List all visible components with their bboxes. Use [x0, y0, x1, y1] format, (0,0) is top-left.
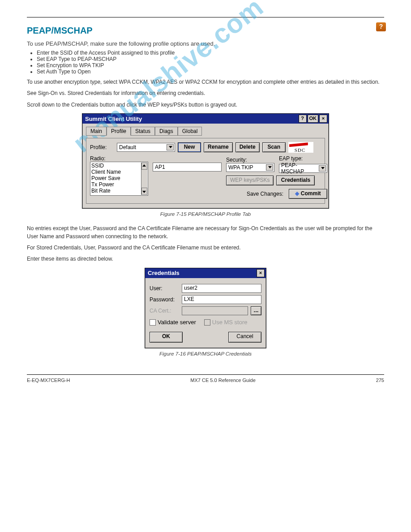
wep-keys-button: WEP keys/PSKs [226, 176, 274, 185]
summit-window: Summit Client Utility ? OK × Main Profil… [82, 113, 329, 209]
commit-button[interactable]: ◆ Commit [289, 189, 327, 199]
titlebar[interactable]: Credentials × [145, 268, 266, 278]
footer-rule [27, 374, 384, 375]
section-heading: PEAP/MSCHAP [27, 26, 384, 36]
ssid-input[interactable]: AP1 [153, 163, 222, 172]
titlebar-help-button[interactable]: ? [299, 115, 307, 123]
profile-select[interactable]: Default [117, 143, 175, 152]
sdc-logo: SDC [288, 142, 313, 153]
tab-status[interactable]: Status [131, 127, 155, 136]
security-label: Security: [226, 157, 276, 163]
tab-profile[interactable]: Profile [107, 127, 131, 136]
titlebar-close-button[interactable]: × [319, 115, 327, 123]
figure-caption-2: Figure 7-16 PEAP/MSCHAP Credentials [27, 351, 384, 356]
profile-value: Default [119, 144, 136, 150]
ok-button[interactable]: OK [150, 332, 183, 343]
security-select[interactable]: WPA TKIP [226, 163, 274, 172]
tab-main[interactable]: Main [86, 127, 107, 136]
help-bubble-icon: ? [376, 22, 386, 31]
browse-button[interactable]: ... [251, 306, 261, 315]
paragraph: Enter these items as directed below. [27, 255, 384, 263]
paragraph: See Sign-On vs. Stored Credentials for i… [27, 90, 384, 97]
list-item[interactable]: Client Name [91, 169, 141, 175]
bullet: Set Encryption to WPA TKIP [37, 62, 384, 69]
top-rule [27, 17, 384, 17]
eap-value: PEAP-MSCHAP [281, 162, 319, 175]
cancel-button[interactable]: Cancel [228, 332, 261, 343]
save-changes-label: Save Changes: [247, 191, 283, 197]
tabstrip: Main Profile Status Diags Global [86, 126, 325, 135]
paragraph: No entries except the User, Password and… [27, 225, 384, 240]
scan-button[interactable]: Scan [262, 142, 286, 152]
bullet: Set Auth Type to Open [37, 69, 384, 75]
paragraph: To use another encryption type, select W… [27, 78, 384, 86]
scroll-up-icon[interactable] [142, 164, 146, 167]
list-item[interactable]: SSID [91, 163, 141, 169]
window-title: Credentials [148, 270, 180, 276]
credentials-button[interactable]: Credentials [276, 176, 315, 185]
password-input[interactable]: LXE [182, 295, 261, 304]
footer-center: MX7 CE 5.0 Reference Guide [190, 378, 256, 383]
bullet: Enter the SSID of the Access Point assig… [37, 50, 384, 56]
use-ms-store-checkbox: Use MS store [204, 319, 248, 326]
user-label: User: [150, 285, 179, 292]
radio-label: Radio: [90, 155, 148, 162]
tab-global[interactable]: Global [178, 127, 202, 136]
figure-caption-1: Figure 7-15 PEAP/MSCHAP Profile Tab [27, 211, 384, 217]
user-input[interactable]: user2 [182, 284, 261, 293]
titlebar-close-button[interactable]: × [257, 269, 265, 277]
security-value: WPA TKIP [228, 164, 253, 171]
new-button[interactable]: New [178, 142, 201, 152]
delete-button[interactable]: Delete [235, 142, 260, 152]
ssid-value: AP1 [155, 164, 165, 170]
validate-server-checkbox[interactable]: Validate server [150, 319, 196, 326]
section-subtitle: To use PEAP/MSCHAP, make sure the follow… [27, 40, 384, 47]
chevron-down-icon [268, 166, 272, 168]
profile-label: Profile: [90, 144, 114, 150]
eap-select[interactable]: PEAP-MSCHAP [279, 164, 327, 173]
tab-diags[interactable]: Diags [155, 127, 178, 136]
footer-left: E-EQ-MX7CERG-H [27, 378, 70, 383]
paragraph: For Stored Credentials, User, Password a… [27, 244, 384, 252]
titlebar-ok-button[interactable]: OK [308, 115, 319, 123]
page-footer: E-EQ-MX7CERG-H MX7 CE 5.0 Reference Guid… [27, 378, 384, 383]
titlebar[interactable]: Summit Client Utility ? OK × [82, 114, 329, 124]
bullet: Set EAP Type to PEAP-MSCHAP [37, 56, 384, 62]
radio-listbox[interactable]: SSID Client Name Power Save Tx Power Bit… [90, 162, 148, 196]
list-item[interactable]: Power Save [91, 175, 141, 181]
window-title: Summit Client Utility [85, 116, 142, 122]
scrollbar[interactable] [141, 163, 147, 195]
footer-right: 275 [376, 378, 384, 383]
credentials-window: Credentials × User: user2 Password: LXE … [145, 268, 266, 349]
rename-button[interactable]: Rename [204, 142, 233, 152]
ca-cert-input [182, 306, 248, 315]
password-label: Password: [150, 296, 179, 303]
list-item[interactable]: Bit Rate [91, 188, 141, 194]
paragraph: Scroll down to the Credentials button an… [27, 101, 384, 109]
chevron-down-icon [169, 146, 172, 148]
ca-cert-label: CA Cert.: [150, 308, 179, 314]
eap-label: EAP type: [279, 155, 327, 162]
chevron-down-icon [321, 167, 325, 169]
scroll-down-icon[interactable] [142, 191, 146, 193]
list-item[interactable]: Tx Power [91, 181, 141, 188]
